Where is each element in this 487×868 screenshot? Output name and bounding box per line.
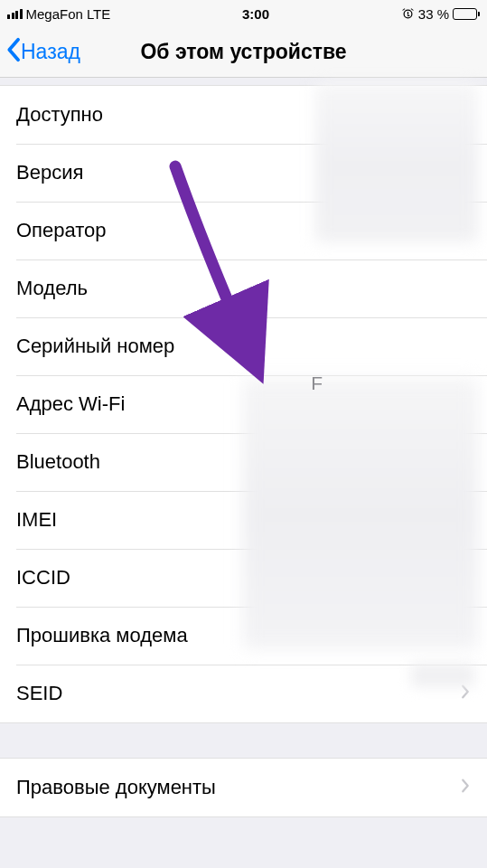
- row-model[interactable]: Модель: [0, 259, 487, 317]
- page-title: Об этом устройстве: [140, 40, 346, 64]
- row-label: IMEI: [16, 508, 57, 532]
- row-label: SEID: [16, 682, 62, 705]
- navigation-bar: Назад Об этом устройстве: [0, 27, 487, 78]
- network-label: LTE: [87, 6, 110, 22]
- battery-percent: 33 %: [418, 6, 449, 22]
- row-label: ICCID: [16, 566, 70, 590]
- row-iccid[interactable]: ICCID: [0, 549, 487, 607]
- row-serial[interactable]: Серийный номер: [0, 317, 487, 375]
- chevron-right-icon: [460, 778, 471, 797]
- chevron-left-icon: [5, 37, 21, 68]
- row-label: Серийный номер: [16, 335, 174, 358]
- row-label: Адрес Wi-Fi: [16, 392, 125, 416]
- row-modem-firmware[interactable]: Прошивка модема: [0, 607, 487, 665]
- row-label: Версия: [16, 161, 83, 184]
- row-seid[interactable]: SEID: [0, 665, 487, 722]
- row-label: Модель: [16, 277, 88, 300]
- clock: 3:00: [110, 6, 401, 22]
- signal-strength-icon: [7, 9, 23, 19]
- alarm-icon: [401, 7, 415, 21]
- row-wifi[interactable]: Адрес Wi-Fi: [0, 375, 487, 433]
- back-label: Назад: [21, 40, 80, 64]
- about-list: Доступно Версия Оператор Модель Серийный…: [0, 85, 487, 723]
- row-bluetooth[interactable]: Bluetooth: [0, 433, 487, 491]
- row-label: Доступно: [16, 103, 103, 127]
- row-label: Bluetooth: [16, 450, 100, 474]
- status-bar: MegaFon LTE 3:00 33 %: [0, 0, 487, 27]
- row-label: Правовые документы: [16, 776, 216, 799]
- row-legal[interactable]: Правовые документы: [0, 759, 487, 816]
- status-left: MegaFon LTE: [7, 6, 110, 22]
- carrier-label: MegaFon: [26, 6, 83, 22]
- status-right: 33 %: [401, 6, 480, 22]
- legal-list: Правовые документы: [0, 758, 487, 817]
- row-label: Прошивка модема: [16, 624, 188, 647]
- row-version[interactable]: Версия: [0, 144, 487, 202]
- row-available[interactable]: Доступно: [0, 86, 487, 144]
- battery-icon: [453, 8, 480, 20]
- row-carrier[interactable]: Оператор: [0, 202, 487, 259]
- back-button[interactable]: Назад: [5, 37, 80, 68]
- row-imei[interactable]: IMEI: [0, 491, 487, 549]
- chevron-right-icon: [460, 684, 471, 703]
- row-label: Оператор: [16, 219, 107, 242]
